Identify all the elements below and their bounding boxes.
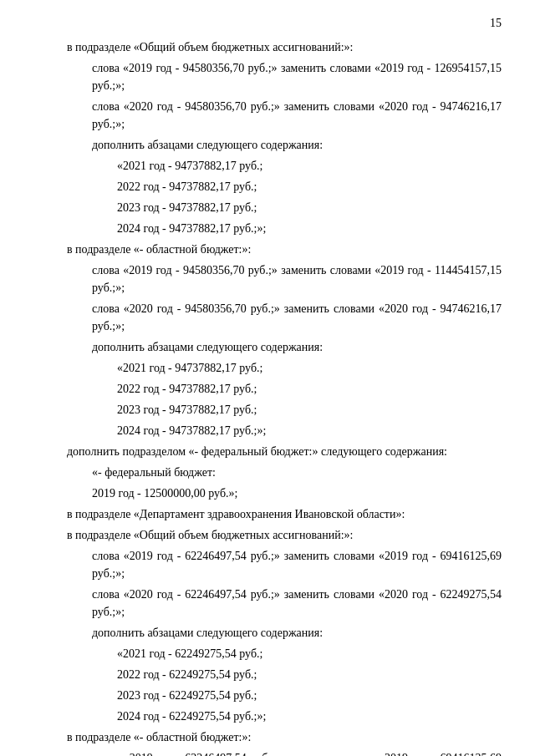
text-line: «- федеральный бюджет:	[33, 464, 502, 481]
text-line: 2023 год - 94737882,17 руб.;	[33, 401, 502, 419]
text-line: в подразделе «Общий объем бюджетных асси…	[33, 526, 502, 544]
text-line: слова «2019 год - 94580356,70 руб.;» зам…	[33, 59, 502, 94]
text-line: 2023 год - 94737882,17 руб.;	[33, 199, 502, 216]
text-line: «2021 год - 94737882,17 руб.;	[33, 359, 502, 377]
text-line: в подразделе «Общий объем бюджетных асси…	[33, 38, 502, 56]
text-line: 2024 год - 94737882,17 руб.;»;	[33, 220, 502, 237]
text-line: слова «2019 год - 62246497,54 руб.;» зам…	[33, 749, 502, 756]
text-line: дополнить подразделом «- федеральный бюд…	[33, 443, 502, 460]
text-line: в подразделе «- областной бюджет:»:	[33, 241, 502, 258]
page-number: 15	[33, 17, 502, 30]
text-line: дополнить абзацами следующего содержания…	[33, 136, 502, 154]
text-line: 2022 год - 62249275,54 руб.;	[33, 666, 502, 683]
text-line: в подразделе «Департамент здравоохранени…	[33, 505, 502, 523]
text-line: слова «2019 год - 94580356,70 руб.;» зам…	[33, 261, 502, 297]
text-line: дополнить абзацами следующего содержания…	[33, 624, 502, 642]
text-line: 2024 год - 94737882,17 руб.;»;	[33, 422, 502, 439]
text-line: слова «2019 год - 62246497,54 руб.;» зам…	[33, 547, 502, 582]
text-line: 2022 год - 94737882,17 руб.;	[33, 380, 502, 398]
text-line: дополнить абзацами следующего содержания…	[33, 338, 502, 356]
text-line: 2022 год - 94737882,17 руб.;	[33, 178, 502, 195]
text-line: слова «2020 год - 94580356,70 руб.;» зам…	[33, 300, 502, 335]
text-line: 2019 год - 12500000,00 руб.»;	[33, 485, 502, 502]
text-line: «2021 год - 94737882,17 руб.;	[33, 157, 502, 175]
text-line: «2021 год - 62249275,54 руб.;	[33, 645, 502, 662]
text-line: слова «2020 год - 94580356,70 руб.;» зам…	[33, 98, 502, 133]
main-content: в подразделе «Общий объем бюджетных асси…	[33, 38, 502, 756]
text-line: 2024 год - 62249275,54 руб.;»;	[33, 708, 502, 725]
text-line: 2023 год - 62249275,54 руб.;	[33, 687, 502, 704]
text-line: слова «2020 год - 62246497,54 руб.;» зам…	[33, 586, 502, 621]
text-line: в подразделе «- областной бюджет:»:	[33, 728, 502, 746]
